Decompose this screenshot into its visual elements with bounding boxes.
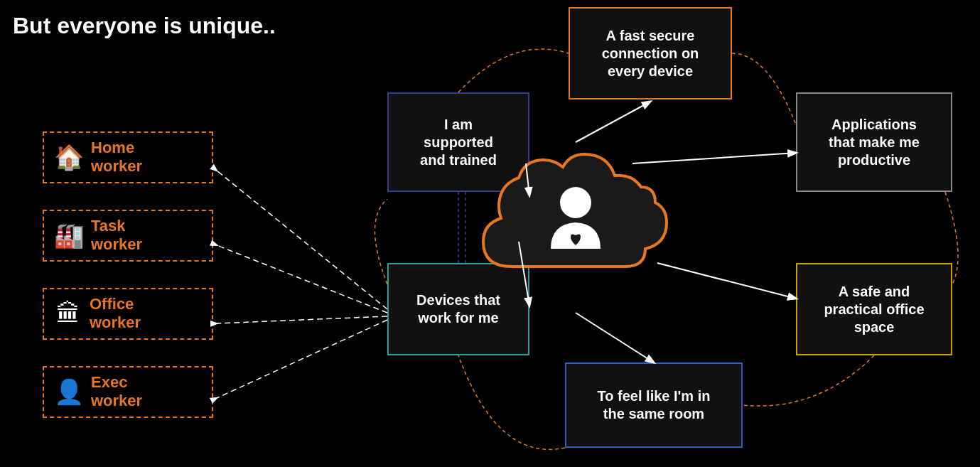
office-icon: 🏛 xyxy=(54,300,82,328)
task-worker-label: Taskworker xyxy=(91,217,142,254)
feel-same-room-box: To feel like I'm in the same room xyxy=(565,363,743,448)
home-worker-label: Homeworker xyxy=(91,139,142,176)
task-worker-card: 🏭 Taskworker xyxy=(43,210,213,262)
svg-line-3 xyxy=(217,316,387,323)
page-title: But everyone is unique.. xyxy=(13,13,276,39)
applications-productive-box: Applications that make me productive xyxy=(796,92,952,192)
svg-line-12 xyxy=(576,313,654,363)
home-worker-card: 🏠 Homeworker xyxy=(43,131,213,183)
home-icon: 🏠 xyxy=(54,143,84,171)
person-icon: 👤 xyxy=(54,377,84,406)
cloud-diagram xyxy=(469,131,682,316)
svg-point-0 xyxy=(560,187,591,218)
exec-worker-label: Execworker xyxy=(91,373,142,411)
svg-line-1 xyxy=(217,171,387,309)
safe-office-box: A safe and practical office space xyxy=(796,263,952,355)
office-worker-card: 🏛 Officeworker xyxy=(43,288,213,340)
fast-connection-box: A fast secure connection on every device xyxy=(569,7,732,100)
svg-line-4 xyxy=(217,320,387,398)
office-worker-label: Officeworker xyxy=(90,295,141,333)
svg-line-2 xyxy=(217,245,387,313)
exec-worker-card: 👤 Execworker xyxy=(43,366,213,418)
factory-icon: 🏭 xyxy=(54,221,84,249)
